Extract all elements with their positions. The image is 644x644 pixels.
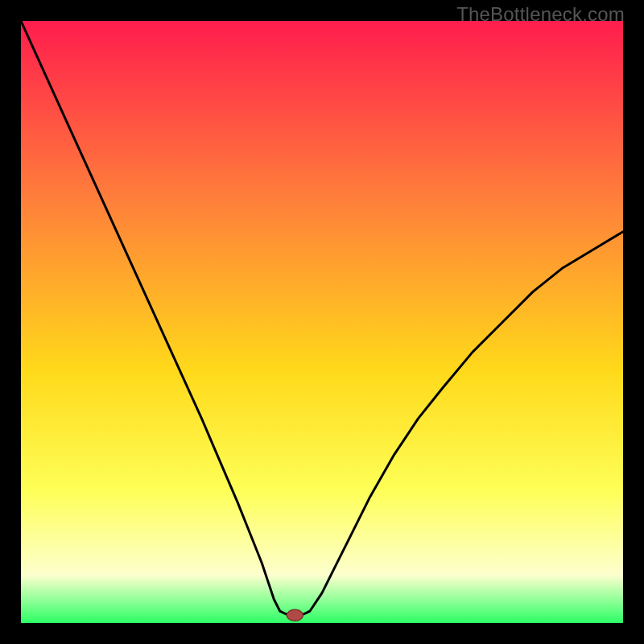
watermark-text: TheBottleneck.com [456,3,625,26]
gradient-background [21,21,623,623]
chart-plot-area [21,21,623,623]
curve-minimum-marker [287,609,303,621]
chart-canvas [21,21,623,623]
chart-frame: TheBottleneck.com [0,0,644,644]
